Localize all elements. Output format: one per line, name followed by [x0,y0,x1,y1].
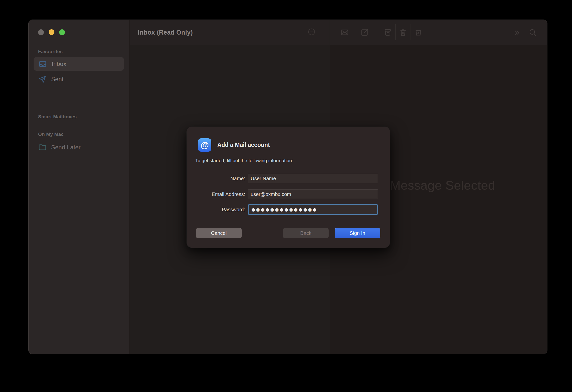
get-mail-envelope-icon [340,28,349,37]
sidebar-item-sent[interactable]: Sent [34,72,124,86]
archive-icon [383,28,392,37]
toolbar-separator [411,24,411,40]
sidebar-item-inbox[interactable]: Inbox [34,57,124,71]
minimize-button[interactable] [49,29,54,35]
zoom-button[interactable] [59,29,65,35]
close-button[interactable] [38,29,44,35]
toolbar-separator [395,24,396,40]
junk-icon [414,28,423,37]
name-field-value: User Name [251,176,276,181]
search-icon [528,28,537,37]
inbox-tray-icon [38,59,47,69]
password-focus-ring: ●●●●●●●●●●●●●● [248,204,378,215]
trash-icon [399,28,408,37]
junk-button[interactable] [414,28,423,37]
email-address-label: Email Address: [187,191,245,197]
filter-button[interactable] [307,28,316,37]
sidebar-item-send-later[interactable]: Send Later [34,141,124,154]
sidebar-item-label: Inbox [52,60,66,67]
folder-icon [38,143,47,152]
archive-button[interactable] [383,28,392,37]
paper-plane-icon [38,75,47,84]
name-field[interactable]: User Name [248,174,378,183]
dialog-subtitle: To get started, fill out the following i… [195,158,293,163]
sidebar: Favourites Inbox Sent Smart Mailboxes On… [29,20,129,354]
delete-button[interactable] [399,28,408,37]
list-pane-header: Inbox (Read Only) [130,20,330,45]
password-field[interactable]: ●●●●●●●●●●●●●● [249,205,377,214]
sidebar-item-label: Sent [51,76,63,83]
sign-in-button[interactable]: Sign In [335,228,380,238]
get-mail-button[interactable] [340,28,349,37]
dialog-title: Add a Mail account [217,142,270,148]
sidebar-section-on-my-mac: On My Mac [38,132,64,137]
compose-icon [360,28,369,37]
compose-button[interactable] [360,28,369,37]
password-label: Password: [187,207,245,213]
mailbox-title: Inbox (Read Only) [138,29,193,36]
password-field-value: ●●●●●●●●●●●●●● [251,205,318,214]
mail-at-app-icon: @ [198,138,211,152]
toolbar-overflow-button[interactable] [512,28,521,37]
cancel-button[interactable]: Cancel [196,228,242,238]
filter-circle-icon [307,28,316,36]
add-mail-account-dialog: @ Add a Mail account To get started, fil… [187,127,390,248]
email-address-field[interactable]: user@oxmbx.com [248,189,378,199]
name-label: Name: [187,176,245,181]
back-button[interactable]: Back [283,228,329,238]
sidebar-item-label: Send Later [51,144,80,151]
overflow-chevrons-icon [512,28,521,37]
message-pane-toolbar [330,20,547,45]
sidebar-section-favourites: Favourites [38,49,63,54]
traffic-lights [38,29,65,35]
email-field-value: user@oxmbx.com [251,191,291,197]
search-button[interactable] [528,28,537,37]
sidebar-section-smart-mailboxes: Smart Mailboxes [38,114,77,120]
